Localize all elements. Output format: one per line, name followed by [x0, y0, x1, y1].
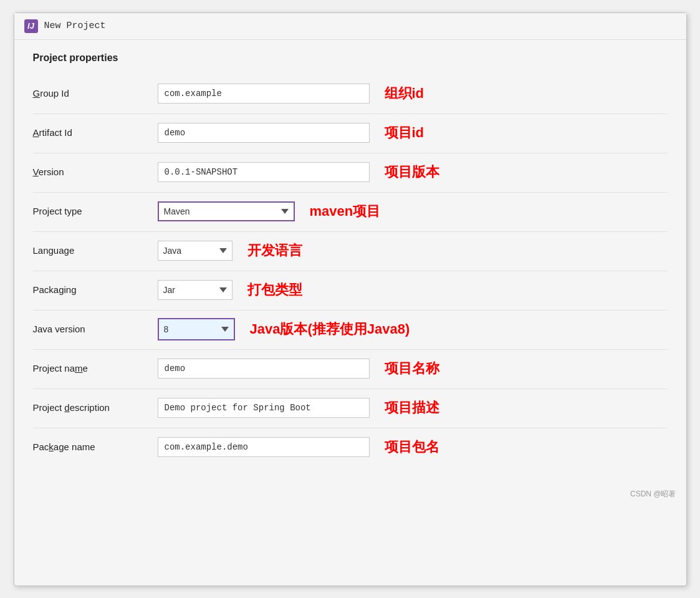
- footer: CSDN @昭著: [14, 486, 686, 504]
- project-description-label: Project description: [33, 402, 158, 413]
- group-id-annotation: 组织id: [385, 84, 424, 103]
- language-annotation: 开发语言: [247, 241, 302, 260]
- project-name-input[interactable]: [158, 359, 370, 379]
- version-annotation: 项目版本: [385, 163, 439, 181]
- project-type-annotation: maven项目: [310, 202, 381, 221]
- project-type-row: Project type Maven Gradle maven项目: [33, 195, 668, 228]
- project-description-row: Project description 项目描述: [33, 392, 668, 424]
- packaging-label: Packaging: [33, 284, 158, 295]
- language-select[interactable]: Java Kotlin Groovy: [158, 241, 233, 261]
- java-version-select[interactable]: 8 11 17 21: [159, 319, 234, 339]
- packaging-annotation: 打包类型: [247, 281, 302, 299]
- version-input[interactable]: [158, 162, 370, 182]
- artifact-id-input[interactable]: [158, 123, 370, 143]
- package-name-row: Package name 项目包名: [33, 431, 668, 463]
- package-name-annotation: 项目包名: [385, 438, 439, 456]
- title-bar: IJ New Project: [14, 13, 686, 40]
- language-row: Language Java Kotlin Groovy 开发语言: [33, 234, 668, 267]
- project-description-input[interactable]: [158, 398, 370, 418]
- project-name-label: Project name: [33, 363, 158, 374]
- app-icon: IJ: [24, 19, 38, 33]
- artifact-id-row: Artifact Id 项目id: [33, 117, 668, 149]
- project-type-select[interactable]: Maven Gradle: [158, 201, 295, 221]
- artifact-id-annotation: 项目id: [385, 123, 424, 142]
- package-name-label: Package name: [33, 441, 158, 452]
- packaging-row: Packaging Jar War 打包类型: [33, 274, 668, 306]
- group-id-input[interactable]: [158, 84, 370, 104]
- window-title: New Project: [44, 21, 106, 31]
- package-name-input[interactable]: [158, 437, 370, 457]
- java-version-border: 8 11 17 21: [158, 318, 235, 340]
- project-name-annotation: 项目名称: [385, 359, 439, 378]
- artifact-id-label: Artifact Id: [33, 127, 158, 138]
- group-id-label: Group Id: [33, 88, 158, 99]
- project-type-label: Project type: [33, 206, 158, 216]
- language-label: Language: [33, 245, 158, 256]
- packaging-select[interactable]: Jar War: [158, 280, 233, 300]
- version-label: Version: [33, 166, 158, 177]
- project-description-annotation: 项目描述: [385, 398, 439, 417]
- group-id-row: Group Id 组织id: [33, 77, 668, 110]
- watermark: CSDN @昭著: [630, 489, 676, 499]
- project-name-row: Project name 项目名称: [33, 352, 668, 385]
- section-title: Project properties: [33, 52, 668, 64]
- java-version-annotation: Java版本(推荐使用Java8): [250, 320, 410, 339]
- version-row: Version 项目版本: [33, 156, 668, 188]
- java-version-row: Java version 8 11 17 21 Java版本(推荐使用Java8…: [33, 313, 668, 345]
- java-version-label: Java version: [33, 324, 158, 334]
